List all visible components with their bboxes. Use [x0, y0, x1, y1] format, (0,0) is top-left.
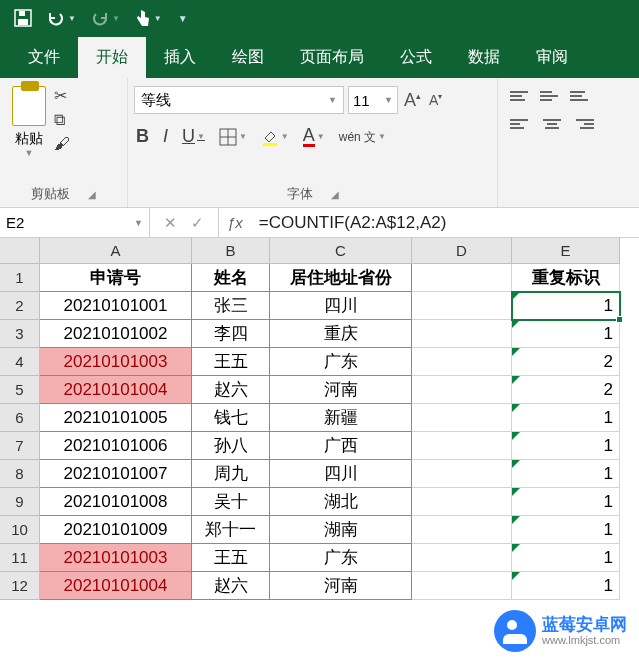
cell-D10[interactable] [412, 516, 512, 544]
cell-C9[interactable]: 湖北 [270, 488, 412, 516]
cell-A7[interactable]: 20210101006 [40, 432, 192, 460]
dialog-launcher-icon[interactable]: ◢ [88, 189, 96, 200]
cell-A8[interactable]: 20210101007 [40, 460, 192, 488]
cell-A3[interactable]: 20210101002 [40, 320, 192, 348]
row-header[interactable]: 12 [0, 572, 40, 600]
cell-D5[interactable] [412, 376, 512, 404]
increase-font-button[interactable]: A▴ [402, 90, 423, 111]
cell-C1[interactable]: 居住地址省份 [270, 264, 412, 292]
select-all-corner[interactable] [0, 238, 40, 264]
col-header-C[interactable]: C [270, 238, 412, 264]
cell-D7[interactable] [412, 432, 512, 460]
bold-button[interactable]: B [134, 124, 151, 149]
phonetic-guide-button[interactable]: wén 文 ▼ [337, 129, 388, 145]
cell-A4[interactable]: 20210101003 [40, 348, 192, 376]
cell-E4[interactable]: 2 [512, 348, 620, 376]
cell-D8[interactable] [412, 460, 512, 488]
row-header[interactable]: 1 [0, 264, 40, 292]
cell-E1[interactable]: 重复标识 [512, 264, 620, 292]
font-size-select[interactable]: 11 ▼ [348, 86, 398, 114]
row-header[interactable]: 7 [0, 432, 40, 460]
cell-A10[interactable]: 20210101009 [40, 516, 192, 544]
cell-C12[interactable]: 河南 [270, 572, 412, 600]
save-button[interactable] [8, 5, 38, 31]
underline-button[interactable]: U▼ [180, 124, 207, 149]
customize-qat-button[interactable]: ▼ [170, 9, 194, 28]
cell-E5[interactable]: 2 [512, 376, 620, 404]
cell-D3[interactable] [412, 320, 512, 348]
cell-D2[interactable] [412, 292, 512, 320]
undo-button[interactable]: ▼ [40, 5, 82, 31]
tab-data[interactable]: 数据 [450, 37, 518, 78]
row-header[interactable]: 4 [0, 348, 40, 376]
cell-A2[interactable]: 20210101001 [40, 292, 192, 320]
cell-C3[interactable]: 重庆 [270, 320, 412, 348]
borders-button[interactable]: ▼ [217, 126, 249, 148]
row-header[interactable]: 5 [0, 376, 40, 404]
cut-button[interactable]: ✂ [54, 86, 70, 105]
cell-D1[interactable] [412, 264, 512, 292]
tab-layout[interactable]: 页面布局 [282, 37, 382, 78]
cell-B1[interactable]: 姓名 [192, 264, 270, 292]
cell-C11[interactable]: 广东 [270, 544, 412, 572]
cell-D11[interactable] [412, 544, 512, 572]
cell-E6[interactable]: 1 [512, 404, 620, 432]
cell-E9[interactable]: 1 [512, 488, 620, 516]
cell-B10[interactable]: 郑十一 [192, 516, 270, 544]
cell-A1[interactable]: 申请号 [40, 264, 192, 292]
align-right-button[interactable] [570, 114, 594, 134]
cell-B5[interactable]: 赵六 [192, 376, 270, 404]
cancel-formula-button[interactable]: ✕ [164, 214, 177, 232]
dialog-launcher-icon[interactable]: ◢ [331, 189, 339, 200]
tab-home[interactable]: 开始 [78, 37, 146, 78]
cell-C2[interactable]: 四川 [270, 292, 412, 320]
cell-E2[interactable]: 1 [512, 292, 620, 320]
copy-button[interactable]: ⧉ [54, 111, 70, 129]
tab-file[interactable]: 文件 [10, 37, 78, 78]
cell-B12[interactable]: 赵六 [192, 572, 270, 600]
cell-B8[interactable]: 周九 [192, 460, 270, 488]
cell-E12[interactable]: 1 [512, 572, 620, 600]
fx-icon[interactable]: ƒx [219, 208, 251, 237]
cell-B2[interactable]: 张三 [192, 292, 270, 320]
redo-button[interactable]: ▼ [84, 5, 126, 31]
row-header[interactable]: 2 [0, 292, 40, 320]
row-header[interactable]: 11 [0, 544, 40, 572]
formula-input[interactable]: =COUNTIF(A2:A$12,A2) [251, 208, 639, 237]
cell-E8[interactable]: 1 [512, 460, 620, 488]
cell-C6[interactable]: 新疆 [270, 404, 412, 432]
tab-insert[interactable]: 插入 [146, 37, 214, 78]
cell-B11[interactable]: 王五 [192, 544, 270, 572]
cell-B9[interactable]: 吴十 [192, 488, 270, 516]
cell-B6[interactable]: 钱七 [192, 404, 270, 432]
cell-B7[interactable]: 孙八 [192, 432, 270, 460]
cell-A12[interactable]: 20210101004 [40, 572, 192, 600]
paste-button[interactable]: 粘贴 ▼ [6, 82, 52, 162]
col-header-B[interactable]: B [192, 238, 270, 264]
row-header[interactable]: 8 [0, 460, 40, 488]
cell-B3[interactable]: 李四 [192, 320, 270, 348]
col-header-D[interactable]: D [412, 238, 512, 264]
cell-C7[interactable]: 广西 [270, 432, 412, 460]
cell-D9[interactable] [412, 488, 512, 516]
row-header[interactable]: 9 [0, 488, 40, 516]
row-header[interactable]: 6 [0, 404, 40, 432]
accept-formula-button[interactable]: ✓ [191, 214, 204, 232]
touch-mode-button[interactable]: ▼ [128, 4, 168, 32]
cell-E3[interactable]: 1 [512, 320, 620, 348]
italic-button[interactable]: I [161, 124, 170, 149]
tab-review[interactable]: 审阅 [518, 37, 586, 78]
selection-handle[interactable] [616, 316, 623, 323]
cell-A5[interactable]: 20210101004 [40, 376, 192, 404]
cell-C5[interactable]: 河南 [270, 376, 412, 404]
cell-E11[interactable]: 1 [512, 544, 620, 572]
decrease-font-button[interactable]: A▾ [427, 92, 444, 108]
cell-D6[interactable] [412, 404, 512, 432]
cell-A6[interactable]: 20210101005 [40, 404, 192, 432]
cell-B4[interactable]: 王五 [192, 348, 270, 376]
align-middle-button[interactable] [540, 86, 564, 106]
format-painter-button[interactable]: 🖌 [54, 135, 70, 153]
align-left-button[interactable] [510, 114, 534, 134]
cell-A9[interactable]: 20210101008 [40, 488, 192, 516]
cell-A11[interactable]: 20210101003 [40, 544, 192, 572]
